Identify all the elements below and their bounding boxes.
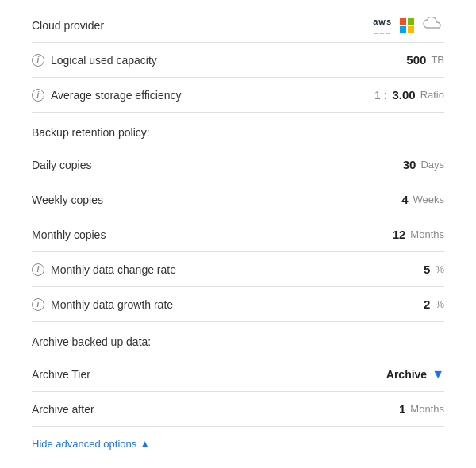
hide-advanced-arrow-icon: ▲	[140, 438, 150, 450]
monthly-growth-info-icon[interactable]: i	[32, 298, 44, 311]
microsoft-icon[interactable]	[400, 18, 414, 33]
logical-capacity-row: i Logical used capacity 500 TB	[32, 43, 444, 78]
daily-copies-label: Daily copies	[32, 159, 392, 171]
archive-after-unit: Months	[410, 403, 444, 415]
monthly-growth-unit: %	[435, 298, 444, 310]
monthly-change-unit: %	[435, 263, 444, 275]
archive-after-number: 1	[382, 402, 405, 416]
monthly-growth-text: Monthly data growth rate	[51, 298, 173, 311]
storage-efficiency-text: Average storage efficiency	[51, 89, 181, 102]
cloud-provider-row: Cloud provider aws ⎯⎯⎯	[32, 8, 444, 43]
daily-copies-value: 30 Days	[392, 158, 444, 171]
ms-yellow	[408, 26, 414, 33]
archive-tier-value: Archive	[386, 368, 427, 381]
archive-after-row: Archive after 1 Months	[32, 392, 444, 427]
storage-efficiency-prefix: 1 :	[374, 89, 387, 102]
logical-capacity-label: i Logical used capacity	[32, 54, 402, 67]
monthly-change-text: Monthly data change rate	[51, 263, 176, 276]
archive-tier-dropdown[interactable]: Archive ▼	[386, 367, 444, 382]
weekly-copies-label: Weekly copies	[32, 194, 385, 206]
archive-after-label: Archive after	[32, 403, 382, 416]
cloud-icon[interactable]	[422, 17, 444, 33]
daily-copies-unit: Days	[420, 159, 444, 171]
monthly-change-label: i Monthly data change rate	[32, 263, 406, 276]
hide-advanced-link[interactable]: Hide advanced options ▲	[32, 427, 444, 450]
backup-section-text: Backup retention policy:	[32, 126, 150, 139]
storage-efficiency-label: i Average storage efficiency	[32, 89, 374, 102]
storage-efficiency-number: 3.00	[392, 88, 416, 102]
archive-section-header-row: Archive backed up data:	[32, 322, 444, 357]
cloud-icons-group: aws ⎯⎯⎯	[373, 17, 444, 34]
weekly-copies-row: Weekly copies 4 Weeks	[32, 182, 444, 217]
backup-section-label: Backup retention policy:	[32, 126, 444, 139]
cloud-provider-text: Cloud provider	[32, 19, 104, 32]
daily-copies-row: Daily copies 30 Days	[32, 148, 444, 182]
archive-after-text: Archive after	[32, 403, 94, 416]
logical-capacity-unit: TB	[431, 54, 444, 66]
main-container: Cloud provider aws ⎯⎯⎯	[0, 0, 476, 466]
archive-tier-text: Archive Tier	[32, 368, 90, 381]
storage-efficiency-unit: Ratio	[420, 89, 444, 101]
ms-green	[408, 18, 414, 25]
aws-icon[interactable]: aws ⎯⎯⎯	[373, 17, 392, 34]
hide-advanced-text: Hide advanced options	[32, 438, 136, 450]
monthly-change-info-icon[interactable]: i	[32, 263, 44, 276]
monthly-change-rate-row: i Monthly data change rate 5 %	[32, 252, 444, 287]
ms-red	[400, 18, 406, 25]
logical-capacity-number: 500	[402, 53, 426, 67]
storage-efficiency-row: i Average storage efficiency 1 : 3.00 Ra…	[32, 78, 444, 113]
weekly-copies-value: 4 Weeks	[385, 193, 445, 206]
archive-section-label: Archive backed up data:	[32, 336, 444, 348]
monthly-growth-rate-row: i Monthly data growth rate 2 %	[32, 287, 444, 322]
monthly-copies-text: Monthly copies	[32, 228, 106, 241]
daily-copies-number: 30	[392, 158, 416, 171]
archive-section-text: Archive backed up data:	[32, 336, 151, 348]
monthly-copies-label: Monthly copies	[32, 228, 382, 241]
monthly-copies-unit: Months	[410, 228, 444, 240]
monthly-growth-label: i Monthly data growth rate	[32, 298, 406, 311]
backup-section-header-row: Backup retention policy:	[32, 113, 444, 148]
daily-copies-text: Daily copies	[32, 159, 91, 171]
weekly-copies-unit: Weeks	[413, 194, 445, 205]
logical-capacity-value: 500 TB	[402, 53, 444, 67]
monthly-growth-value: 2 %	[406, 297, 444, 311]
monthly-copies-number: 12	[382, 228, 405, 241]
monthly-change-number: 5	[406, 263, 430, 276]
ms-blue	[400, 26, 406, 33]
weekly-copies-text: Weekly copies	[32, 194, 103, 206]
archive-after-value: 1 Months	[382, 402, 444, 416]
monthly-copies-row: Monthly copies 12 Months	[32, 217, 444, 252]
weekly-copies-number: 4	[385, 193, 409, 206]
logical-capacity-info-icon[interactable]: i	[32, 54, 44, 67]
archive-tier-chevron-icon: ▼	[432, 367, 444, 382]
archive-tier-label: Archive Tier	[32, 368, 386, 381]
logical-capacity-text: Logical used capacity	[51, 54, 157, 67]
monthly-change-value: 5 %	[406, 263, 444, 276]
archive-tier-row: Archive Tier Archive ▼	[32, 357, 444, 392]
cloud-provider-label: Cloud provider	[32, 19, 373, 32]
storage-efficiency-value: 1 : 3.00 Ratio	[374, 88, 444, 102]
storage-efficiency-info-icon[interactable]: i	[32, 89, 44, 102]
monthly-copies-value: 12 Months	[382, 228, 444, 241]
monthly-growth-number: 2	[406, 297, 430, 311]
